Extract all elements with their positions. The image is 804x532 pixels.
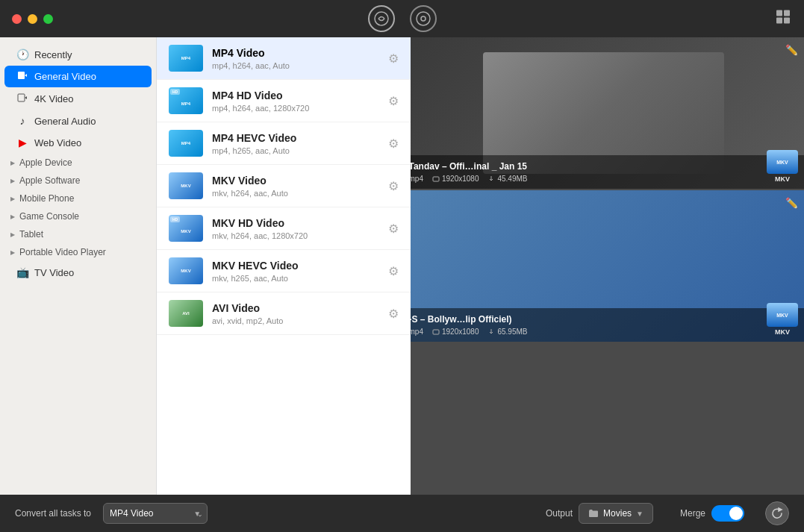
- output-folder-name: Movies: [603, 508, 632, 519]
- gear-icon-mkv-hd[interactable]: ⚙: [388, 222, 399, 236]
- sidebar-item-web-video[interactable]: ▶ Web Video: [4, 132, 152, 153]
- gear-icon-mp4-hd[interactable]: ⚙: [388, 94, 399, 108]
- format-item-mp4-hevc[interactable]: MP4 MP4 HEVC Video mp4, h265, aac, Auto …: [157, 122, 411, 165]
- video-title-bollywood: -S – Bollyw…lip Officiel): [409, 314, 799, 325]
- minimize-button[interactable]: [28, 14, 37, 24]
- format-name-mkv-hd: MKV HD Video: [212, 217, 308, 229]
- 4k-video-icon: [16, 93, 28, 105]
- sidebar-category-mobile-phone[interactable]: Mobile Phone: [0, 190, 156, 207]
- svg-rect-6: [784, 18, 790, 24]
- format-specs-mkv-hd: mkv, h264, aac, 1280x720: [212, 231, 308, 240]
- gear-icon-mp4[interactable]: ⚙: [388, 51, 399, 66]
- mkv-thumb: MKV: [169, 172, 203, 199]
- svg-rect-10: [433, 330, 439, 334]
- format-item-mp4-hd[interactable]: HD MP4 MP4 HD Video mp4, h264, aac, 1280…: [157, 80, 411, 122]
- svg-point-2: [421, 16, 426, 21]
- format-item-mkv[interactable]: MKV MKV Video mkv, h264, aac, Auto ⚙: [157, 165, 411, 207]
- svg-marker-12: [25, 74, 27, 77]
- sidebar-category-apple-device[interactable]: Apple Device: [0, 154, 156, 172]
- gear-icon-mp4-hevc[interactable]: ⚙: [388, 137, 399, 151]
- format-badge-bollywood: MKV MKV: [767, 303, 798, 336]
- svg-rect-5: [776, 18, 782, 24]
- sidebar-item-tv-video[interactable]: 📺 TV Video: [4, 262, 152, 283]
- format-item-mp4[interactable]: MP4 MP4 Video mp4, h264, aac, Auto ⚙: [157, 37, 411, 80]
- pencil-icon-tandav[interactable]: ✏️: [785, 44, 798, 56]
- format-item-mkv-hd[interactable]: HD MKV MKV HD Video mkv, h264, aac, 1280…: [157, 207, 411, 250]
- sidebar-label-web-video: Web Video: [34, 137, 81, 148]
- refresh-button[interactable]: [765, 501, 789, 525]
- format-info-mkv-hd: MKV HD Video mkv, h264, aac, 1280x720: [212, 217, 308, 240]
- format-select-wrap: MP4 Video ▼: [103, 503, 208, 524]
- sidebar-label-portable-video: Portable Video Player: [19, 247, 106, 257]
- edit-overlay-bollywood: ✏️: [785, 196, 798, 210]
- convert-tab-icon[interactable]: [368, 5, 395, 32]
- output-folder-button[interactable]: Movies ▼: [579, 503, 653, 524]
- general-video-icon: [16, 70, 28, 83]
- sidebar-item-general-video[interactable]: General Video: [4, 66, 152, 87]
- sidebar-label-apple-software: Apple Software: [19, 175, 80, 186]
- mkv-label-tandav: MKV: [775, 175, 790, 183]
- format-name-avi: AVI Video: [212, 302, 283, 314]
- grid-view-icon[interactable]: [774, 8, 792, 30]
- size-bollywood: 65.95MB: [487, 328, 527, 336]
- pencil-icon-bollywood[interactable]: ✏️: [785, 197, 798, 209]
- avi-thumb: AVI: [169, 300, 203, 327]
- format-select-value: MP4 Video: [110, 508, 153, 519]
- format-specs-mkv-hevc: mkv, h265, aac, Auto: [212, 274, 299, 283]
- close-button[interactable]: [12, 14, 22, 24]
- format-item-mkv-hevc[interactable]: MKV MKV HEVC Video mkv, h265, aac, Auto …: [157, 250, 411, 292]
- format-name-mkv-hevc: MKV HEVC Video: [212, 260, 299, 272]
- output-label: Output: [546, 508, 573, 519]
- sidebar-label-mobile-phone: Mobile Phone: [19, 193, 74, 204]
- output-section: Output Movies ▼: [546, 503, 653, 524]
- merge-label: Merge: [680, 508, 705, 519]
- video-meta-bollywood: mp4 1920x1080 65.95MB: [409, 328, 799, 336]
- sidebar-category-game-console[interactable]: Game Console: [0, 207, 156, 225]
- mp4-thumb: MP4: [169, 45, 203, 72]
- gear-icon-avi[interactable]: ⚙: [388, 307, 399, 321]
- format-tandav: mp4: [409, 175, 423, 183]
- sidebar-item-4k-video[interactable]: 4K Video: [4, 88, 152, 110]
- sidebar-label-general-video: General Video: [34, 71, 96, 82]
- svg-rect-13: [18, 94, 25, 101]
- mkv-icon-tandav: MKV: [767, 150, 798, 174]
- convert-label: Convert all tasks to: [15, 508, 91, 519]
- sidebar-label-apple-device: Apple Device: [19, 157, 72, 168]
- disc-tab-icon[interactable]: [410, 5, 437, 32]
- sidebar-category-tablet[interactable]: Tablet: [0, 225, 156, 243]
- edit-overlay-tandav: ✏️: [785, 43, 798, 57]
- title-bar-right: [774, 8, 792, 30]
- merge-section: Merge: [680, 505, 744, 522]
- format-specs-mkv: mkv, h264, aac, Auto: [212, 189, 288, 198]
- mp4-hevc-thumb: MP4: [169, 130, 203, 157]
- maximize-button[interactable]: [43, 14, 53, 24]
- sidebar-item-recently[interactable]: 🕐 Recently: [4, 44, 152, 65]
- select-chevron-icon: ▼: [193, 510, 201, 518]
- mkv-hevc-thumb: MKV: [169, 257, 203, 284]
- format-sidebar: 🕐 Recently General Video: [0, 37, 157, 495]
- sidebar-category-portable-video[interactable]: Portable Video Player: [0, 243, 156, 261]
- video-card-bollywood[interactable]: ✏️ -S – Bollyw…lip Officiel) mp4 1920x10…: [403, 190, 805, 342]
- traffic-lights: [12, 14, 53, 24]
- resolution-bollywood: 1920x1080: [432, 328, 479, 336]
- tv-icon: 📺: [16, 266, 28, 278]
- svg-rect-8: [433, 177, 439, 181]
- sidebar-label-tablet: Tablet: [19, 229, 43, 240]
- format-info-mp4-hd: MP4 HD Video mp4, h264, aac, 1280x720: [212, 90, 309, 113]
- svg-point-0: [375, 12, 388, 25]
- svg-rect-3: [776, 10, 782, 16]
- format-specs-mp4: mp4, h264, aac, Auto: [212, 61, 290, 70]
- video-card-tandav[interactable]: ✏️ Tandav – Offi…inal _ Jan 15 mp4 1920x…: [403, 37, 805, 189]
- format-item-avi[interactable]: AVI AVI Video avi, xvid, mp2, Auto ⚙: [157, 292, 411, 335]
- gear-icon-mkv-hevc[interactable]: ⚙: [388, 264, 399, 278]
- gear-icon-mkv[interactable]: ⚙: [388, 179, 399, 193]
- format-info-avi: AVI Video avi, xvid, mp2, Auto: [212, 302, 283, 325]
- format-name-mp4-hd: MP4 HD Video: [212, 90, 309, 101]
- merge-toggle[interactable]: [711, 505, 744, 522]
- sidebar-item-general-audio[interactable]: ♪ General Audio: [4, 110, 152, 131]
- sidebar-category-apple-software[interactable]: Apple Software: [0, 172, 156, 190]
- folder-chevron-icon: ▼: [636, 510, 643, 518]
- svg-point-1: [417, 12, 430, 25]
- format-select[interactable]: MP4 Video ▼: [103, 503, 208, 524]
- clock-icon: 🕐: [16, 48, 28, 60]
